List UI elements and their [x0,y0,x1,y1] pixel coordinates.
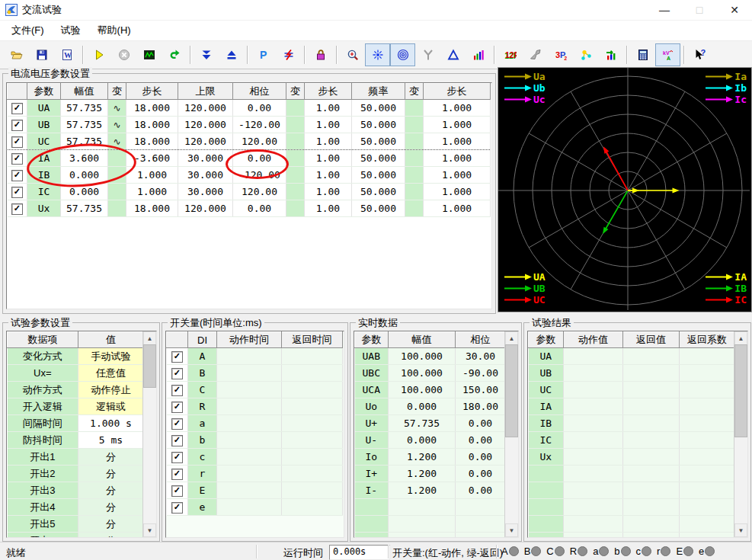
menu-help[interactable]: 帮助(H) [89,21,139,40]
row-checkbox[interactable] [11,103,23,114]
frequency-cell[interactable]: 50.000 [352,133,405,150]
value-cell[interactable]: 分 [78,499,144,516]
value-cell[interactable]: 分 [78,533,144,539]
3p-button[interactable]: 3P2 [548,43,573,66]
vary-flag-cell[interactable] [286,117,305,133]
value-cell[interactable]: 手动试验 [78,348,144,365]
scroll-thumb[interactable] [143,344,156,388]
frequency-cell[interactable]: 50.000 [352,200,405,217]
row-checkbox[interactable] [11,170,23,181]
minimize-button[interactable]: — [647,0,682,20]
limit-cell[interactable]: 30.000 [178,150,233,167]
vary-flag-cell[interactable] [405,200,424,217]
step-cell[interactable]: 1.000 [126,167,178,184]
y-connect-button[interactable] [415,43,440,66]
row-checkbox[interactable] [11,203,23,215]
realtime-scrollbar[interactable]: ▲ ▼ [504,331,518,537]
vary-flag-cell[interactable] [405,133,424,150]
switch-checkbox[interactable] [171,418,183,430]
switch-checkbox[interactable] [171,435,183,446]
export-word-button[interactable]: W [54,43,79,66]
switch-checkbox[interactable] [171,368,183,379]
limit-cell[interactable]: 120.000 [178,200,233,217]
switch-checkbox[interactable] [171,402,183,413]
kva-display-button[interactable]: kVA [655,43,680,66]
waveform-button[interactable] [136,43,162,66]
zoom-button[interactable] [340,43,365,66]
step-cell[interactable]: 1.000 [424,100,491,117]
step-down-button[interactable] [194,43,219,66]
vary-flag-cell[interactable]: ∿ [108,100,126,117]
vary-flag-cell[interactable] [405,167,424,184]
vary-flag-cell[interactable] [108,200,126,217]
vary-flag-cell[interactable] [405,100,424,117]
results-scrollbar[interactable]: ▲ ▼ [734,331,747,537]
switch-checkbox[interactable] [171,469,183,480]
open-button[interactable] [4,43,29,66]
phase-cell[interactable]: 0.00 [233,100,286,117]
value-cell[interactable]: 逻辑或 [78,398,144,415]
row-checkbox[interactable] [11,187,23,198]
value-cell[interactable]: 动作停止 [78,382,144,398]
vary-flag-cell[interactable] [286,133,305,150]
step-cell[interactable]: 1.000 [424,200,491,217]
step-cell[interactable]: 1.000 [424,184,491,200]
value-cell[interactable]: 5 ms [78,432,144,449]
step-cell[interactable]: 1.00 [305,167,352,184]
lock-button[interactable] [308,43,333,66]
step-cell[interactable]: 1.000 [424,150,491,167]
step-cell[interactable]: 1.000 [126,184,178,200]
switch-checkbox[interactable] [171,502,183,514]
step-cell[interactable]: 1.00 [305,150,352,167]
close-button[interactable]: ✕ [717,0,752,20]
phase-cell[interactable]: 0.00 [233,200,286,217]
value-cell[interactable]: 分 [78,449,144,466]
switch-checkbox[interactable] [171,351,183,363]
step-cell[interactable]: 1.00 [305,100,352,117]
vary-flag-cell[interactable] [405,184,424,200]
frequency-cell[interactable]: 50.000 [352,184,405,200]
step-cell[interactable]: 1.00 [305,133,352,150]
step-cell[interactable]: 18.000 [126,133,178,150]
step-cell[interactable]: 1.00 [305,117,352,133]
vary-flag-cell[interactable] [286,100,305,117]
switch-checkbox[interactable] [171,385,183,396]
help-button[interactable]: ? [687,43,712,66]
vary-flag-cell[interactable]: ∿ [108,117,126,133]
vector-button[interactable] [573,43,598,66]
scroll-up-arrow[interactable]: ▲ [734,331,747,345]
limit-cell[interactable]: 120.000 [178,117,233,133]
scroll-down-arrow[interactable]: ▼ [143,523,156,537]
vary-flag-cell[interactable] [286,200,305,217]
frequency-cell[interactable]: 50.000 [352,100,405,117]
target-button[interactable] [390,43,415,66]
step-cell[interactable]: 1.000 [424,117,491,133]
amplitude-cell[interactable]: 57.735 [61,117,108,133]
jet-button[interactable] [523,43,548,66]
phase-cell[interactable]: 120.00 [233,133,286,150]
test-params-scrollbar[interactable]: ▲ ▼ [142,331,156,537]
phase-button[interactable]: P [251,43,276,66]
stop-button[interactable] [111,43,136,66]
row-checkbox[interactable] [11,120,23,131]
step-cell[interactable]: 18.000 [126,200,178,217]
menu-test[interactable]: 试验 [53,21,89,40]
scroll-down-arrow[interactable]: ▼ [505,523,518,537]
scroll-thumb[interactable] [505,344,518,437]
vary-flag-cell[interactable] [286,167,305,184]
frequency-cell[interactable]: 50.000 [352,167,405,184]
scroll-up-arrow[interactable]: ▲ [143,331,156,345]
menu-file[interactable]: 文件(F) [3,21,53,40]
phase-cell[interactable]: 120.00 [233,184,286,200]
value-cell[interactable]: 分 [78,482,144,499]
row-checkbox[interactable] [11,136,23,148]
scroll-down-arrow[interactable]: ▼ [734,523,747,537]
phase-cell[interactable]: -120.00 [233,117,286,133]
vary-flag-cell[interactable] [108,184,126,200]
run-button[interactable] [86,43,111,66]
step-cell[interactable]: 1.000 [424,133,491,150]
step-cell[interactable]: 18.000 [126,117,178,133]
step-cell[interactable]: 1.00 [305,200,352,217]
value-cell[interactable]: 任意值 [78,365,144,382]
maximize-button[interactable]: □ [682,0,717,20]
